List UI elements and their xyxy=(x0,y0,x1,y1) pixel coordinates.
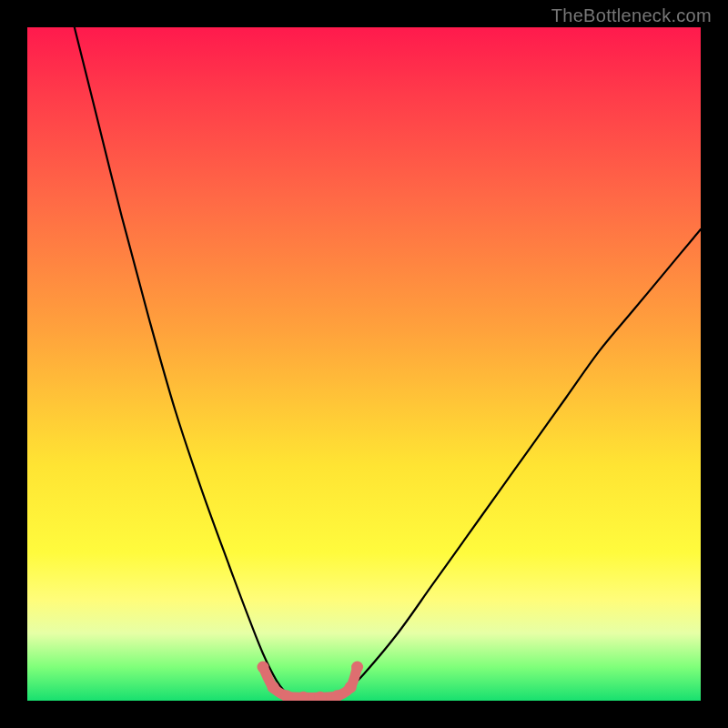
watermark-text: TheBottleneck.com xyxy=(551,5,712,26)
curve-right xyxy=(344,229,701,694)
chart-plot-area xyxy=(27,27,701,701)
chart-frame: TheBottleneck.com xyxy=(0,0,728,728)
chart-svg xyxy=(27,27,701,701)
valley-dot xyxy=(351,662,363,673)
valley-dot xyxy=(258,662,269,673)
valley-dot xyxy=(268,682,279,693)
curve-left xyxy=(75,27,287,694)
valley-dot xyxy=(345,682,357,693)
